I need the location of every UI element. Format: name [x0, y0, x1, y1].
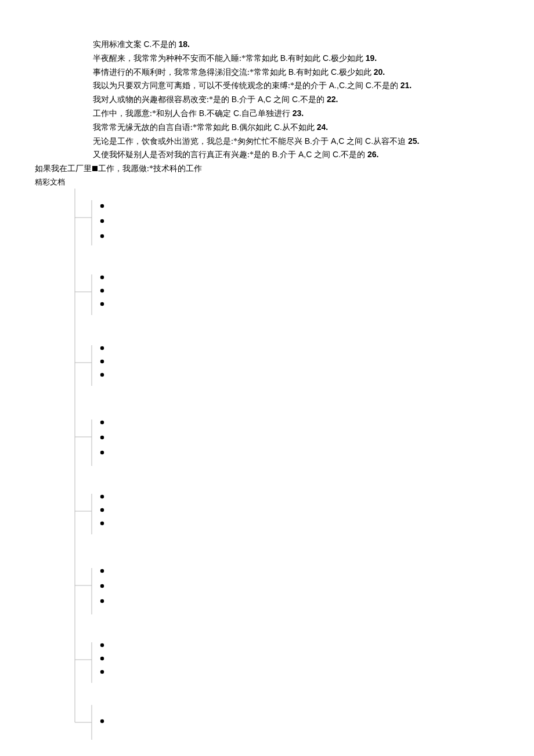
- q-opt: C.: [231, 108, 241, 118]
- q-text: 不确定: [207, 109, 231, 118]
- svg-point-4: [100, 219, 104, 223]
- svg-point-11: [100, 302, 104, 306]
- question-line: 半夜醒来，我常常为种种不安而不能入睡:*常常如此 B.有时如此 C.极少如此 1…: [0, 52, 534, 66]
- q-opt: C.: [363, 136, 373, 146]
- q-num: 23.: [290, 108, 304, 118]
- q-text: 之间: [273, 95, 290, 104]
- q-text: 我常常无缘无故的自言自语:*常常如此: [93, 123, 229, 132]
- q-num: 21.: [398, 81, 412, 90]
- question-line: 又使我怀疑别人是否对我的言行真正有兴趣:*是的 B.介于 A,C 之间 C.不是…: [0, 148, 534, 162]
- question-line: 如果我在工厂里工作，我愿做:*技术科的工作: [0, 162, 534, 176]
- document-content: 实用标准文案 C.不是的 18. 半夜醒来，我常常为种种不安而不能入睡:*常常如…: [0, 0, 534, 756]
- svg-point-27: [100, 495, 104, 498]
- q-opt: C.: [329, 67, 339, 77]
- q-text: 极少如此: [331, 54, 363, 63]
- q-num: 19.: [363, 53, 377, 63]
- black-square-icon: [92, 166, 98, 171]
- q-text: 半夜醒来，我常常为种种不安而不能入睡:*常常如此: [93, 54, 278, 63]
- q-text: 之间: [314, 150, 330, 159]
- q-text: 事情进行的不顺利时，我常常急得涕泪交流:*常常如此: [93, 68, 286, 77]
- q-text: 如果我在工厂里工作，我愿做:*技术科的工作: [35, 164, 202, 173]
- svg-point-45: [100, 719, 104, 723]
- svg-point-22: [100, 436, 104, 439]
- q-text: 有时如此: [296, 68, 329, 77]
- svg-point-41: [100, 670, 104, 674]
- svg-point-28: [100, 508, 104, 512]
- q-opt: C.: [290, 95, 300, 104]
- q-text: 极少如此: [339, 68, 371, 77]
- svg-point-34: [100, 584, 104, 588]
- title-text: 实用标准文案: [93, 40, 142, 49]
- q-text: 又使我怀疑别人是否对我的言行真正有兴趣:*是的: [93, 150, 270, 159]
- q-num: 25.: [406, 136, 419, 146]
- q-opt: C.: [363, 81, 374, 90]
- q-text: 不是的: [341, 150, 365, 159]
- svg-point-21: [100, 421, 104, 424]
- q-text: 介于: [239, 95, 255, 104]
- q-opt: B.: [229, 95, 239, 104]
- q-opt: C.: [330, 150, 341, 159]
- q-num: 26.: [365, 150, 378, 159]
- title-latin: C.: [144, 39, 152, 49]
- q-text: 之间: [347, 137, 363, 146]
- q-opt: B.: [229, 122, 239, 132]
- question-line: 事情进行的不顺利时，我常常急得涕泪交流:*常常如此 B.有时如此 C.极少如此 …: [0, 66, 534, 79]
- svg-point-3: [100, 204, 104, 208]
- q-num: 24.: [315, 122, 328, 132]
- svg-point-35: [100, 599, 104, 603]
- q-text: 不是的: [300, 95, 324, 104]
- tree-diagram: [74, 189, 127, 756]
- q-text: 我对人或物的兴趣都很容易改变:*是的: [93, 95, 229, 104]
- svg-point-17: [100, 373, 104, 377]
- q-opt: A,C: [329, 136, 347, 146]
- q-opt: B.: [197, 108, 207, 118]
- q-text: 我以为只要双方同意可离婚，可以不受传统观念的束缚:*是的介于: [93, 81, 327, 90]
- q-text: 从不如此: [282, 123, 315, 132]
- q-opt: C.: [320, 53, 331, 63]
- question-line: 工作中，我愿意:*和别人合作 B.不确定 C.自己单独进行 23.: [0, 107, 534, 121]
- q-text: 之间: [347, 81, 363, 90]
- q-text: 不是的: [374, 81, 398, 90]
- svg-point-9: [100, 276, 104, 279]
- question-line: 我以为只要双方同意可离婚，可以不受传统观念的束缚:*是的介于 A.,C.之间 C…: [0, 79, 534, 93]
- q-opt: A,C: [255, 95, 273, 104]
- q-text: 从容不迫: [373, 137, 406, 146]
- q-num: 20.: [371, 67, 385, 77]
- svg-point-16: [100, 360, 104, 363]
- q-text: 有时如此: [288, 54, 320, 63]
- q-text: 工作中，我愿意:*和别人合作: [93, 109, 197, 118]
- svg-point-33: [100, 569, 104, 573]
- svg-point-23: [100, 451, 104, 454]
- q-text: 介于: [280, 150, 296, 159]
- svg-point-39: [100, 643, 104, 647]
- svg-point-29: [100, 522, 104, 525]
- question-line: 我常常无缘无故的自言自语:*常常如此 B.偶尔如此 C.从不如此 24.: [0, 121, 534, 135]
- footer-label: 精彩文档: [0, 176, 534, 189]
- q-opt: A,C: [296, 150, 314, 159]
- q-text: 偶尔如此: [239, 123, 272, 132]
- q-text: 无论是工作，饮食或外出游览，我总是:*匆匆忙忙不能尽兴: [93, 137, 302, 146]
- q-opt: B.: [270, 150, 280, 159]
- q-opt: B.: [286, 67, 296, 77]
- q-text: 自己单独进行: [241, 109, 290, 118]
- question-line: 我对人或物的兴趣都很容易改变:*是的 B.介于 A,C 之间 C.不是的 22.: [0, 93, 534, 107]
- svg-point-15: [100, 346, 104, 350]
- header-line: 实用标准文案 C.不是的 18.: [0, 38, 534, 52]
- title-cn: 不是的: [152, 40, 176, 49]
- svg-point-5: [100, 234, 104, 238]
- q-opt: B.: [302, 136, 312, 146]
- q-opt: B.: [278, 53, 288, 63]
- q-text: 介于: [312, 137, 329, 146]
- svg-point-10: [100, 289, 104, 292]
- title-num: 18.: [176, 39, 190, 49]
- q-opt: C.: [272, 122, 282, 132]
- question-line: 无论是工作，饮食或外出游览，我总是:*匆匆忙忙不能尽兴 B.介于 A,C 之间 …: [0, 135, 534, 149]
- q-opt: A.,C.: [327, 81, 347, 90]
- q-num: 22.: [324, 95, 338, 104]
- svg-point-40: [100, 657, 104, 660]
